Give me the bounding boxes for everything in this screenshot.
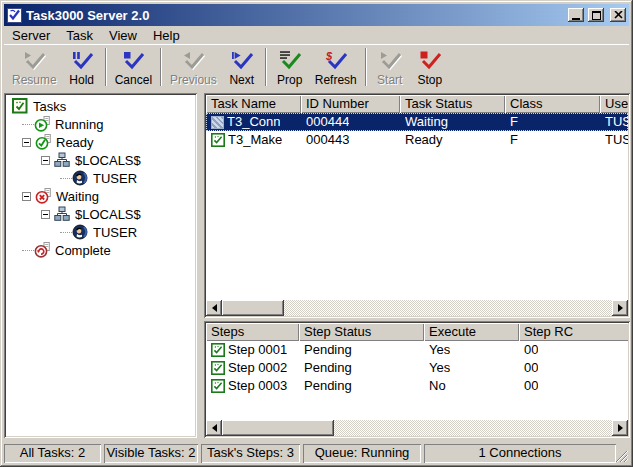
resize-grip[interactable]	[616, 450, 629, 463]
column-header-class[interactable]: Class	[505, 95, 600, 113]
green-check-icon	[211, 343, 225, 357]
tree-expander[interactable]	[22, 192, 31, 201]
ready-icon	[35, 134, 51, 150]
app-window: Task3000 Server 2.0 ServerTaskViewHelp R…	[0, 0, 633, 467]
network-icon	[54, 206, 70, 222]
menu-item-task[interactable]: Task	[58, 27, 101, 44]
tree-expander[interactable]	[41, 210, 50, 219]
tree-node-tasks[interactable]: Tasks	[8, 97, 195, 115]
cell-steps: Step 0003	[206, 377, 299, 395]
cell-text: Yes	[429, 341, 450, 359]
tree-node-label: Complete	[53, 243, 113, 258]
tree-expander[interactable]	[22, 138, 31, 147]
cell-step-status: Pending	[299, 359, 424, 377]
steps-list-horizontal-scrollbar[interactable]	[206, 420, 628, 436]
column-header-task-name[interactable]: Task Name	[206, 95, 301, 113]
tree-connector	[60, 232, 72, 233]
tree-expander[interactable]	[41, 156, 50, 165]
cell-text: F	[510, 113, 518, 131]
toolbar-separator	[105, 48, 107, 86]
green-check-icon	[211, 133, 225, 147]
start-button[interactable]: Start	[370, 46, 410, 88]
cell-step-rc: 00	[519, 377, 628, 395]
task-selected-icon	[211, 116, 224, 129]
next-button[interactable]: Next	[222, 46, 262, 88]
cell-text: Pending	[304, 377, 352, 395]
toolbar-button-label: Prop	[277, 74, 302, 87]
maximize-button[interactable]	[588, 8, 604, 22]
stop-icon	[417, 49, 443, 74]
tree-node-tuser[interactable]: TUSER	[8, 223, 195, 241]
tree-node-locals[interactable]: $LOCALS$	[8, 205, 195, 223]
svg-text:$: $	[325, 49, 333, 61]
table-row[interactable]: Step 0002PendingYes00	[206, 359, 628, 377]
toolbar-button-label: Cancel	[115, 74, 152, 87]
column-header-user[interactable]: User	[600, 95, 628, 113]
scroll-right-arrow-button[interactable]	[612, 300, 628, 316]
scrollbar-track[interactable]	[222, 300, 612, 316]
next-icon	[229, 49, 255, 74]
resume-button[interactable]: Resume	[7, 46, 62, 88]
cell-task-name: T3_Make	[206, 131, 301, 149]
task-list-horizontal-scrollbar[interactable]	[206, 300, 628, 316]
menu-item-help[interactable]: Help	[145, 27, 188, 44]
cell-text: Pending	[304, 359, 352, 377]
cell-text: TUSER	[605, 131, 628, 149]
close-button[interactable]	[610, 8, 626, 22]
scrollbar-thumb[interactable]	[222, 420, 334, 436]
status-panel-visible-tasks: Visible Tasks: 2	[104, 444, 198, 463]
previous-icon	[180, 49, 206, 74]
task-list-body: T3_Conn000444WaitingFTUSERT3_Make000443R…	[206, 113, 628, 300]
column-header-id-number[interactable]: ID Number	[301, 95, 400, 113]
tree-node-locals[interactable]: $LOCALS$	[8, 151, 195, 169]
column-header-execute[interactable]: Execute	[424, 323, 519, 341]
tasks-tree: TasksRunningReady$LOCALS$TUSERWaiting$LO…	[4, 93, 197, 438]
menu-item-server[interactable]: Server	[4, 27, 58, 44]
task-list: Task NameID NumberTask StatusClassUser T…	[204, 93, 630, 318]
user-icon	[72, 170, 88, 186]
prop-button[interactable]: Prop	[270, 46, 310, 88]
tree-node-tuser[interactable]: TUSER	[8, 169, 195, 187]
table-row[interactable]: T3_Make000443ReadyFTUSER	[206, 131, 628, 149]
tree-node-complete[interactable]: Complete	[8, 241, 195, 259]
cell-text: T3_Make	[228, 131, 282, 149]
scroll-left-arrow-button[interactable]	[206, 300, 222, 316]
tree-connector	[60, 178, 72, 179]
table-row[interactable]: T3_Conn000444WaitingFTUSER	[206, 113, 628, 131]
scroll-right-arrow-button[interactable]	[612, 420, 628, 436]
cell-task-name: T3_Conn	[206, 113, 301, 131]
menu-item-view[interactable]: View	[101, 27, 145, 44]
close-icon	[614, 11, 623, 19]
refresh-button[interactable]: $Refresh	[310, 46, 362, 88]
user-icon	[72, 224, 88, 240]
toolbar-separator	[365, 48, 367, 86]
complete-icon	[34, 242, 50, 258]
cell-text: Step 0003	[228, 377, 287, 395]
cell-text: Step 0002	[228, 359, 287, 377]
cancel-button[interactable]: Cancel	[110, 46, 157, 88]
task-list-header: Task NameID NumberTask StatusClassUser	[206, 95, 628, 113]
stop-button[interactable]: Stop	[410, 46, 450, 88]
title-bar[interactable]: Task3000 Server 2.0	[4, 4, 629, 26]
column-header-step-rc[interactable]: Step RC	[519, 323, 628, 341]
scroll-left-arrow-button[interactable]	[206, 420, 222, 436]
previous-button[interactable]: Previous	[165, 46, 222, 88]
column-header-steps[interactable]: Steps	[206, 323, 299, 341]
column-header-task-status[interactable]: Task Status	[400, 95, 505, 113]
tree-node-running[interactable]: Running	[8, 115, 195, 133]
column-header-step-status[interactable]: Step Status	[299, 323, 424, 341]
scrollbar-track[interactable]	[222, 420, 612, 436]
cell-execute: No	[424, 377, 519, 395]
cell-id-number: 000444	[301, 113, 400, 131]
table-row[interactable]: Step 0001PendingYes00	[206, 341, 628, 359]
tree-node-waiting[interactable]: Waiting	[8, 187, 195, 205]
hold-button[interactable]: Hold	[62, 46, 102, 88]
table-row[interactable]: Step 0003PendingNo00	[206, 377, 628, 395]
toolbar-button-label: Start	[377, 74, 402, 87]
toolbar-separator	[160, 48, 162, 86]
cell-execute: Yes	[424, 359, 519, 377]
tree-node-ready[interactable]: Ready	[8, 133, 195, 151]
minimize-button[interactable]	[568, 8, 584, 22]
scrollbar-thumb[interactable]	[222, 300, 284, 316]
left-arrow-icon	[212, 304, 217, 312]
